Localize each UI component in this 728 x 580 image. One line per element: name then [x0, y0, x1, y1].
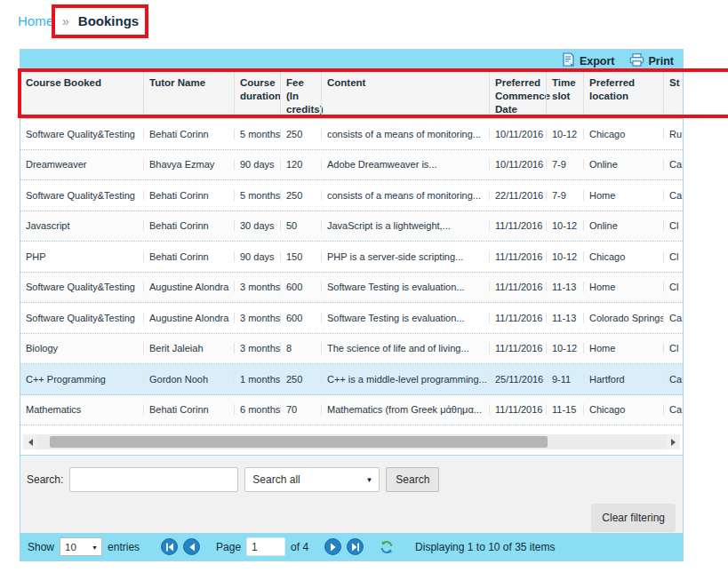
- table-cell: 90 days: [234, 251, 280, 262]
- document-export-icon: [562, 52, 575, 69]
- table-cell: 600: [280, 282, 321, 292]
- search-row: Search: Search all ▼ Search: [20, 456, 683, 492]
- table-cell: Home: [583, 282, 663, 292]
- previous-page-button[interactable]: [183, 538, 200, 555]
- table-cell: 90 days: [234, 159, 280, 170]
- next-page-icon: [329, 543, 338, 552]
- table-cell: 22/11/2016: [489, 190, 546, 201]
- table-cell: Behati Corinn: [143, 220, 234, 231]
- table-cell: 10/11/2016: [489, 159, 546, 170]
- scrollbar-track[interactable]: [37, 434, 666, 449]
- column-header: St: [663, 72, 684, 118]
- export-label: Export: [580, 55, 615, 68]
- table-cell: Mathematics: [20, 404, 143, 415]
- table-row[interactable]: Software Quality&TestingBehati Corinn5 m…: [20, 180, 684, 211]
- table-body: Software Quality&TestingBehati Corinn5 m…: [20, 119, 684, 425]
- horizontal-scrollbar[interactable]: [23, 434, 680, 449]
- search-button[interactable]: Search: [386, 467, 439, 492]
- table-cell: Software Testing is evaluation...: [321, 313, 489, 323]
- entries-label: entries: [108, 541, 140, 553]
- table-cell: Software Quality&Testing: [20, 313, 143, 323]
- table-cell: 250: [280, 374, 321, 385]
- last-page-button[interactable]: [347, 538, 364, 555]
- pagination-status: Displaying 1 to 10 of 35 items: [415, 541, 555, 553]
- page-label: Page: [216, 541, 241, 553]
- search-input[interactable]: [69, 467, 238, 492]
- scroll-right-button[interactable]: [666, 434, 680, 449]
- table-cell: Chicago: [583, 129, 663, 139]
- next-page-button[interactable]: [324, 538, 341, 555]
- table-cell: 3 months: [234, 343, 280, 354]
- table-cell: 6 months: [234, 404, 280, 415]
- table-cell: Cl: [663, 282, 684, 292]
- table-cell: Ca: [663, 190, 684, 201]
- table-header-row: Course BookedTutor NameCourse durationFe…: [20, 72, 684, 119]
- scroll-left-icon: [28, 439, 33, 446]
- table-cell: 30 days: [234, 220, 280, 231]
- table-cell: Software Testing is evaluation...: [321, 282, 489, 292]
- search-filter-select[interactable]: Search all ▼: [244, 467, 380, 492]
- table-cell: 25/11/2016: [489, 374, 546, 385]
- table-cell: Behati Corinn: [143, 404, 234, 415]
- column-header: Fee (In credits): [280, 72, 321, 118]
- table-row[interactable]: Software Quality&TestingAugustine Alondr…: [20, 303, 684, 334]
- column-header: Content: [321, 72, 489, 118]
- column-header: Course Booked: [20, 72, 143, 118]
- breadcrumb: Home » Bookings: [18, 13, 139, 28]
- page-number-input[interactable]: [246, 537, 285, 556]
- search-filter-dropdown[interactable]: Search all: [245, 468, 379, 491]
- export-button[interactable]: Export: [562, 52, 615, 69]
- table-cell: Cl: [663, 220, 684, 231]
- bookings-table: Export Print Course BookedTutor NameCour…: [20, 49, 684, 561]
- table-row[interactable]: C++ ProgrammingGordon Nooh1 months250C++…: [20, 364, 684, 395]
- breadcrumb-separator-icon: »: [62, 14, 69, 28]
- previous-page-icon: [188, 543, 196, 552]
- table-row[interactable]: JavascriptBehati Corinn30 days50JavaScri…: [20, 211, 684, 242]
- refresh-button[interactable]: [380, 540, 394, 554]
- table-cell: Javascript: [20, 220, 143, 231]
- first-page-button[interactable]: [161, 538, 178, 555]
- table-cell: 7-9: [546, 159, 583, 170]
- table-row[interactable]: PHPBehati Corinn90 days150PHP is a serve…: [20, 242, 684, 273]
- table-row[interactable]: MathematicsBehati Corinn6 months70Mathem…: [20, 395, 684, 426]
- table-cell: Behati Corinn: [143, 251, 234, 262]
- table-cell: 5 months: [234, 190, 280, 201]
- scroll-left-button[interactable]: [23, 434, 37, 449]
- refresh-icon: [380, 540, 394, 554]
- table-cell: 11/11/2016: [489, 404, 546, 415]
- table-cell: Home: [583, 190, 663, 201]
- table-cell: Behati Corinn: [143, 129, 234, 139]
- table-row[interactable]: Software Quality&TestingBehati Corinn5 m…: [20, 119, 684, 150]
- table-cell: C++ is a middle-level programming...: [321, 374, 489, 385]
- last-page-icon: [351, 543, 360, 552]
- table-cell: Hartford: [583, 374, 663, 385]
- page-of-label: of 4: [291, 541, 308, 553]
- print-button[interactable]: Print: [629, 53, 674, 69]
- table-cell: 7-9: [546, 190, 583, 201]
- table-cell: Mathematics (from Greek μάθημα...: [321, 404, 489, 415]
- table-row[interactable]: DreamweaverBhavya Ezmay90 days120Adobe D…: [20, 150, 684, 181]
- table-row[interactable]: Software Quality&TestingAugustine Alondr…: [20, 273, 684, 304]
- scrollbar-thumb[interactable]: [50, 436, 548, 448]
- table-cell: PHP is a server-side scripting...: [321, 251, 489, 262]
- entries-select[interactable]: 10 ▼: [60, 537, 102, 556]
- clear-filtering-button[interactable]: Clear filtering: [591, 504, 676, 532]
- table-cell: Ca: [663, 159, 684, 170]
- table-cell: Bhavya Ezmay: [143, 159, 234, 170]
- entries-dropdown[interactable]: 10: [60, 538, 101, 555]
- table-cell: consists of a means of monitoring...: [321, 190, 489, 201]
- table-cell: Behati Corinn: [143, 190, 234, 201]
- first-page-icon: [165, 543, 174, 552]
- table-cell: 70: [280, 404, 321, 415]
- breadcrumb-home-link[interactable]: Home: [18, 13, 53, 28]
- table-cell: PHP: [20, 251, 143, 262]
- table-cell: Ca: [663, 404, 684, 415]
- table-row[interactable]: BiologyBerit Jaleiah3 months8The science…: [20, 334, 684, 365]
- show-label: Show: [28, 541, 54, 553]
- table-cell: Ca: [663, 374, 684, 385]
- table-cell: Cl: [663, 251, 684, 262]
- pagination-footer: Show 10 ▼ entries Page of 4: [20, 533, 683, 560]
- print-label: Print: [649, 55, 674, 68]
- table-cell: Augustine Alondra: [143, 313, 234, 323]
- table-cell: 11/11/2016: [489, 282, 546, 292]
